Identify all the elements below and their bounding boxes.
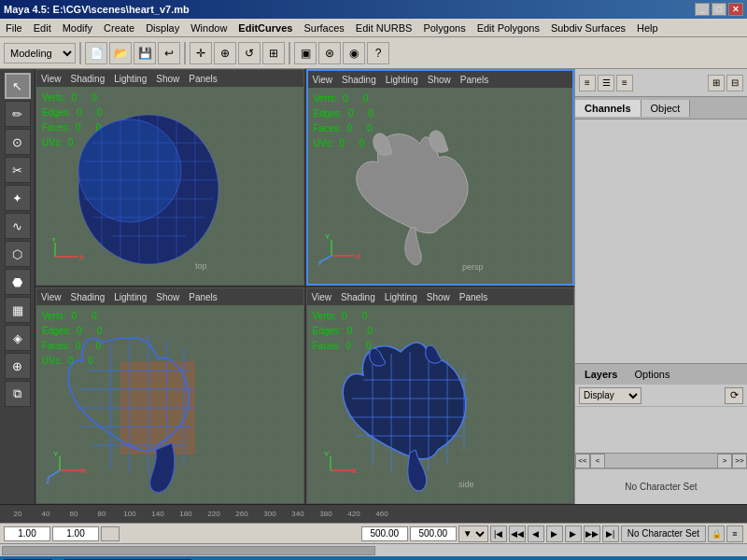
vp-panels-tl[interactable]: Panels — [184, 70, 222, 87]
options-tab[interactable]: Options — [630, 367, 673, 382]
vp-view-tr[interactable]: View — [308, 71, 338, 88]
align-left-btn[interactable]: ≡ — [579, 75, 596, 91]
vp-show-tr[interactable]: Show — [423, 71, 456, 88]
mode-select[interactable]: Modeling Animation Rendering — [4, 43, 76, 63]
layers-refresh-btn[interactable]: ⟳ — [725, 387, 743, 404]
menu-edit[interactable]: Edit — [28, 21, 57, 35]
viewport-front[interactable]: View Shading Lighting Show Panels Verts:… — [35, 287, 304, 504]
vp-lighting-tr[interactable]: Lighting — [381, 71, 423, 88]
fps-select[interactable]: ▼ — [458, 525, 488, 542]
move-btn[interactable]: ▣ — [294, 42, 317, 64]
vp-tr-menubar: View Shading Lighting Show Panels — [308, 71, 573, 88]
vp-panels-bl[interactable]: Panels — [184, 288, 222, 305]
menu-polygons[interactable]: Polygons — [417, 21, 471, 35]
curve-tool[interactable]: ∿ — [5, 213, 31, 239]
align-right-btn[interactable]: ≡ — [616, 75, 633, 91]
paint-tool[interactable]: ✏ — [5, 101, 31, 127]
vp-view-bl[interactable]: View — [36, 288, 66, 305]
layers-tab[interactable]: Layers — [581, 367, 621, 382]
save-file-btn[interactable]: 💾 — [134, 42, 156, 64]
mesh-tool[interactable]: ⬡ — [5, 241, 31, 267]
play-btn[interactable]: ▶ — [546, 525, 563, 542]
deform-tool[interactable]: ⬣ — [5, 269, 31, 295]
new-file-btn[interactable]: 📄 — [85, 42, 107, 64]
lasso-tool[interactable]: ⊙ — [5, 129, 31, 155]
split-tool[interactable]: ⧉ — [5, 381, 31, 407]
menu-editcurves[interactable]: EditCurves — [233, 21, 298, 35]
tab-channels[interactable]: Channels — [575, 100, 641, 117]
select-btn[interactable]: ✛ — [190, 42, 212, 64]
viewport-side[interactable]: View Shading Lighting Show Panels Verts:… — [306, 287, 575, 504]
layers-nav-next[interactable]: > — [717, 454, 732, 469]
menu-modify[interactable]: Modify — [57, 21, 98, 35]
extrude-tool[interactable]: ▦ — [5, 297, 31, 323]
menu-create[interactable]: Create — [98, 21, 140, 35]
tab-object[interactable]: Object — [641, 100, 691, 117]
time-start-input[interactable] — [361, 526, 408, 541]
render-btn[interactable]: ◉ — [343, 42, 365, 64]
menu-surfaces[interactable]: Surfaces — [298, 21, 349, 35]
weld-tool[interactable]: ⊕ — [5, 353, 31, 379]
channel-box-header: Channels Object — [575, 97, 747, 119]
layers-display-select[interactable]: Display Render Animation — [579, 387, 641, 404]
vp-panels-br[interactable]: Panels — [455, 288, 493, 305]
undo-btn[interactable]: ↩ — [158, 42, 180, 64]
vp-panels-tr[interactable]: Panels — [456, 71, 494, 88]
viewport-persp[interactable]: View Shading Lighting Show Panels Verts:… — [306, 69, 575, 286]
help-btn[interactable]: ? — [367, 42, 389, 64]
viewport-top-left[interactable]: View Shading Lighting Show Panels Verts:… — [35, 69, 304, 286]
go-start-btn[interactable]: |◀ — [490, 525, 507, 542]
lasso-btn[interactable]: ⊕ — [214, 42, 236, 64]
hscroll-track[interactable] — [2, 546, 375, 555]
vp-shading-br[interactable]: Shading — [336, 288, 380, 305]
vp-lighting-br[interactable]: Lighting — [380, 288, 422, 305]
select-tool[interactable]: ↖ — [5, 73, 31, 99]
vp-view-tl[interactable]: View — [36, 70, 66, 87]
vp-show-tl[interactable]: Show — [151, 70, 184, 87]
next-frame-btn[interactable]: ▶ — [565, 525, 582, 542]
rotate-btn[interactable]: ↺ — [238, 42, 261, 64]
layers-nav-first[interactable]: << — [575, 454, 590, 469]
minimize-button[interactable]: _ — [695, 3, 710, 16]
vp-lighting-tl[interactable]: Lighting — [109, 70, 151, 87]
vp-show-br[interactable]: Show — [422, 288, 455, 305]
current-frame-input[interactable] — [4, 526, 50, 541]
vp-show-bl[interactable]: Show — [151, 288, 184, 305]
vp-shading-bl[interactable]: Shading — [66, 288, 110, 305]
align-center-btn[interactable]: ☰ — [598, 75, 614, 91]
go-end-btn[interactable]: ▶| — [602, 525, 619, 542]
maximize-button[interactable]: □ — [712, 3, 726, 16]
prev-frame-btn[interactable]: ◀ — [528, 525, 544, 542]
open-file-btn[interactable]: 📂 — [109, 42, 132, 64]
layers-nav-prev[interactable]: < — [590, 454, 605, 469]
close-button[interactable]: ✕ — [728, 3, 743, 16]
vp-view-br[interactable]: View — [307, 288, 337, 305]
layers-nav-last[interactable]: >> — [732, 454, 747, 469]
prev-key-btn[interactable]: ◀◀ — [509, 525, 526, 542]
vp-shading-tr[interactable]: Shading — [337, 71, 381, 88]
smooth-tool[interactable]: ◈ — [5, 325, 31, 351]
char-set-button[interactable]: No Character Set — [621, 525, 706, 542]
menu-subdiv[interactable]: Subdiv Surfaces — [545, 21, 631, 35]
menu-display[interactable]: Display — [140, 21, 185, 35]
frame-drag-handle[interactable] — [101, 526, 120, 541]
channel-icon-1[interactable]: ⊞ — [708, 75, 725, 91]
move-tool[interactable]: ✦ — [5, 185, 31, 211]
menu-window[interactable]: Window — [185, 21, 233, 35]
knife-tool[interactable]: ✂ — [5, 157, 31, 183]
menu-help[interactable]: Help — [631, 21, 664, 35]
channel-icon-2[interactable]: ⊟ — [726, 75, 743, 91]
time-end-input[interactable] — [410, 526, 457, 541]
tl-mark-340: 340 — [284, 510, 312, 518]
menu-editnurbs[interactable]: Edit NURBS — [350, 21, 418, 35]
sub-frame-input[interactable] — [52, 526, 99, 541]
snap-btn[interactable]: ⊛ — [318, 42, 341, 64]
scale-btn[interactable]: ⊞ — [262, 42, 285, 64]
options-btn[interactable]: ≡ — [726, 525, 743, 542]
menu-editpolygons[interactable]: Edit Polygons — [472, 21, 545, 35]
menu-file[interactable]: File — [0, 21, 28, 35]
lock-btn[interactable]: 🔒 — [708, 525, 725, 542]
vp-lighting-bl[interactable]: Lighting — [109, 288, 151, 305]
vp-shading-tl[interactable]: Shading — [66, 70, 110, 87]
next-key-btn[interactable]: ▶▶ — [584, 525, 600, 542]
